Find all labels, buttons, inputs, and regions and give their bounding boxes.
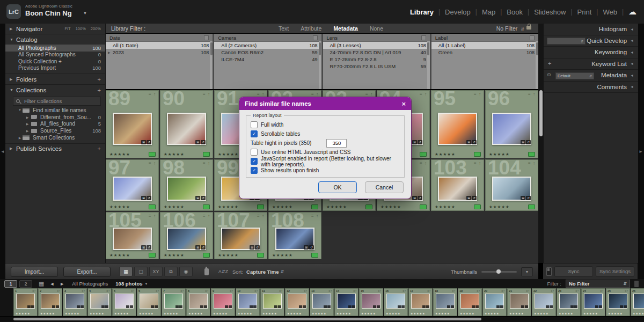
grid-photo-cell[interactable]: 97≡ ↑⊞↺★★★★★ xyxy=(106,159,159,211)
column-menu-icon[interactable] xyxy=(204,35,209,40)
column-menu-icon[interactable] xyxy=(313,35,318,40)
eye-icon[interactable]: ⊙ xyxy=(547,72,551,77)
filmstrip-cell[interactable]: 12≡↑★★★★★ xyxy=(285,288,309,316)
filmstrip-cell[interactable]: 17≡↑★★★★★ xyxy=(408,288,433,316)
filmstrip-thumbnail[interactable] xyxy=(411,294,430,309)
rating-stars[interactable]: ★★★★★ xyxy=(272,204,293,209)
checkbox-full-width[interactable] xyxy=(251,121,258,128)
add-keyword-icon[interactable]: + xyxy=(548,60,551,67)
filmstrip-thumbnail[interactable] xyxy=(288,294,306,309)
autosync-toggle[interactable] xyxy=(546,267,552,276)
filmstrip-cell[interactable]: 9≡↑★★★★★ xyxy=(211,288,235,316)
panel-section-quick-develop[interactable]: ⇵Quick Develop◄ xyxy=(544,35,638,47)
column-scrollbar[interactable] xyxy=(319,41,321,89)
rating-stars[interactable]: ★★★★★ xyxy=(262,312,277,315)
rating-stars[interactable]: ★★★★★ xyxy=(238,312,252,315)
filmstrip-cell[interactable]: 2≡↑★★★★★ xyxy=(38,288,62,316)
disclosure-icon[interactable]: ▼ xyxy=(17,108,23,112)
filmstrip-cell[interactable]: 19≡↑★★★★★ xyxy=(458,288,482,316)
photo-thumbnail[interactable]: ⊞↺ xyxy=(438,177,478,201)
filmstrip-cell[interactable]: 18≡↑★★★★★ xyxy=(433,288,457,316)
filmstrip-filter-dropdown[interactable]: No Filter ⇵ xyxy=(566,280,630,288)
filmstrip-thumbnail[interactable] xyxy=(90,294,109,309)
photo-thumbnail[interactable]: ⊞↺ xyxy=(167,228,207,250)
metadata-row-canon-eos-r6m2[interactable]: Canon EOS R6m259 xyxy=(214,49,321,56)
photo-thumbnail[interactable]: ⊞↺ xyxy=(221,228,261,250)
collection-find-similar-file-names[interactable]: ▼Find similar file names xyxy=(5,107,105,114)
rating-stars[interactable]: ★★★★★ xyxy=(114,312,129,315)
column-header[interactable]: Camera xyxy=(214,34,321,42)
rating-stars[interactable]: ★★★★★ xyxy=(312,312,326,315)
grid-photo-cell[interactable]: 107≡ ↑⊞↺★★★★★ xyxy=(214,212,267,259)
folders-header[interactable]: ▶ Folders + xyxy=(5,74,105,84)
rating-stars[interactable]: ★★★★★ xyxy=(361,312,376,315)
rating-stars[interactable]: ★★★★★ xyxy=(386,312,400,315)
filmstrip-photo-count[interactable]: 108 photos xyxy=(115,281,142,287)
cancel-button[interactable]: Cancel xyxy=(365,181,404,193)
metadata-row-2023[interactable]: ▶2023108 xyxy=(106,49,213,56)
rating-stars[interactable]: ★★★★★ xyxy=(411,312,425,315)
photo-thumbnail[interactable]: ⊞↺ xyxy=(167,113,207,145)
filmstrip-thumbnail[interactable] xyxy=(238,294,257,309)
filmstrip-cell[interactable]: 16≡↑★★★★★ xyxy=(384,288,408,316)
catalog-header[interactable]: ▼ Catalog xyxy=(5,34,105,45)
filmstrip-cell[interactable]: 20≡↑★★★★★ xyxy=(482,288,507,316)
rating-stars[interactable]: ★★★★★ xyxy=(218,204,239,209)
grid-photo-cell[interactable]: 95≡ ↑⊞↺★★★★★ xyxy=(431,90,484,158)
rating-stars[interactable]: ★★★★★ xyxy=(583,312,598,315)
grid-photo-cell[interactable]: 98≡ ↑⊞↺★★★★★ xyxy=(160,159,213,211)
column-header[interactable]: Lens xyxy=(323,34,430,42)
filter-preset-dropdown[interactable]: No Filter ⇵ xyxy=(496,25,524,32)
rating-stars[interactable]: ★★★★★ xyxy=(489,152,510,157)
filmstrip-cell[interactable]: 11≡↑★★★★★ xyxy=(260,288,284,316)
filmstrip-cell[interactable]: 25≡↑★★★★★ xyxy=(606,288,630,316)
filmstrip-thumbnail[interactable] xyxy=(337,294,356,309)
filmstrip-cell[interactable]: 5≡↑★★★★★ xyxy=(112,288,136,316)
grid-view-button[interactable]: ▦ xyxy=(119,267,133,276)
catalog-item-quick-collection[interactable]: Quick Collection +0 xyxy=(5,58,105,65)
rating-stars[interactable]: ★★★★★ xyxy=(139,312,153,315)
module-tab-book[interactable]: Book xyxy=(507,8,523,16)
filter-tab-text[interactable]: Text xyxy=(279,25,289,32)
metadata-row-all-3-lenses[interactable]: All (3 Lenses)108 xyxy=(323,42,430,49)
filmstrip-thumbnail[interactable] xyxy=(214,294,232,309)
module-tab-develop[interactable]: Develop xyxy=(445,8,471,16)
rating-stars[interactable]: ★★★★★ xyxy=(90,312,104,315)
grid-photo-cell[interactable]: 104≡ ↑⊞↺★★★★★ xyxy=(485,159,538,211)
rating-stars[interactable]: ★★★★★ xyxy=(380,204,401,209)
rating-stars[interactable]: ★★★★★ xyxy=(40,312,55,315)
collection-all-files-found[interactable]: ▶All_files_found5 xyxy=(5,121,105,128)
rating-stars[interactable]: ★★★★★ xyxy=(326,204,347,209)
catalog-item-all-photographs[interactable]: All Photographs108 xyxy=(5,45,105,52)
filmstrip-thumbnail[interactable] xyxy=(263,294,282,309)
collection-smart-collections[interactable]: ▶Smart Collections xyxy=(5,134,105,141)
rating-stars[interactable]: ★★★★★ xyxy=(559,312,573,315)
close-icon[interactable]: × xyxy=(401,100,406,108)
photo-thumbnail[interactable]: ⊞↺ xyxy=(492,177,532,201)
add-folder-icon[interactable]: + xyxy=(98,76,101,83)
filmstrip-cell[interactable]: 22≡↑★★★★★ xyxy=(532,288,556,316)
rating-stars[interactable]: ★★★★★ xyxy=(65,312,79,315)
checkbox-scrollable-tables[interactable]: ✓ xyxy=(251,130,258,137)
filter-collections-input[interactable]: Filter Collections xyxy=(13,97,101,106)
collections-header[interactable]: ▼ Collections + xyxy=(5,84,105,95)
filmstrip-cell[interactable]: 21≡↑★★★★★ xyxy=(507,288,531,316)
cloud-sync-icon[interactable]: ☁ xyxy=(628,7,636,17)
module-tab-map[interactable]: Map xyxy=(482,8,495,16)
navigator-zoom-fit[interactable]: FIT xyxy=(64,26,70,31)
column-scrollbar[interactable] xyxy=(210,41,213,89)
disclosure-icon[interactable]: ▶ xyxy=(25,122,30,126)
navigator-header[interactable]: ▶ Navigator FIT100%200% xyxy=(5,24,105,34)
publish-services-header[interactable]: ▶ Publish Services + xyxy=(5,143,105,154)
grid-photo-cell[interactable]: 105≡ ↑⊞↺★★★★★ xyxy=(106,212,159,259)
loupe-view-button[interactable]: ▢ xyxy=(134,267,148,276)
thumbnail-size-slider[interactable] xyxy=(481,271,517,273)
panel-combo-quick-develop[interactable]: ⇵ xyxy=(547,38,586,45)
column-scrollbar[interactable] xyxy=(427,41,430,89)
filmstrip-thumbnail[interactable] xyxy=(460,294,479,309)
rating-stars[interactable]: ★★★★★ xyxy=(164,253,185,258)
rating-stars[interactable]: ★★★★★ xyxy=(164,152,185,157)
disclosure-icon[interactable]: ▶ xyxy=(17,136,23,140)
painter-spray-icon[interactable] xyxy=(204,268,209,275)
import-button[interactable]: Import... xyxy=(11,267,58,277)
